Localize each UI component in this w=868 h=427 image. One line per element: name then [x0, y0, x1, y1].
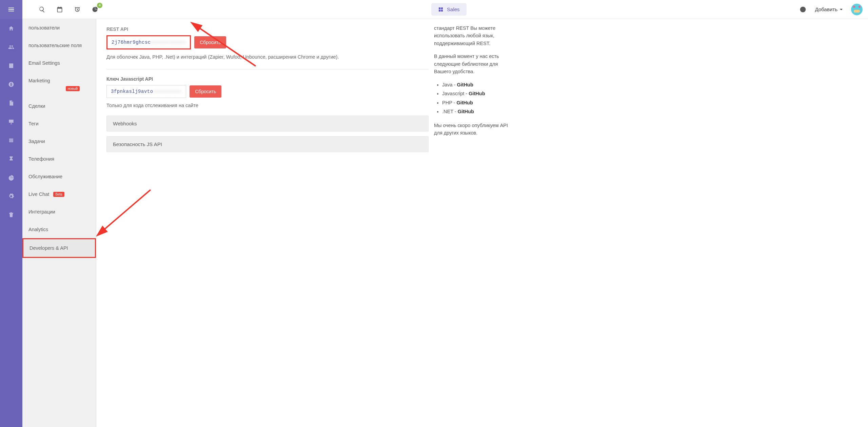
header-alarm-button[interactable]	[73, 5, 81, 14]
rail-device[interactable]	[0, 112, 22, 131]
settings-sidebar: пользователи пользовательские поля Email…	[22, 0, 96, 427]
sidebar-item-label: Интеграции	[28, 209, 55, 215]
content-panel: REST API 2j76hmr9ghcscxxxxxxxxxxx Сброси…	[96, 19, 432, 427]
js-api-key-box[interactable]: 3fpnkaslj9avtoxxxxxxxxx	[106, 85, 186, 98]
lib-java: Java - GitHub	[442, 81, 514, 88]
people-icon	[8, 44, 14, 50]
search-icon	[39, 6, 45, 13]
accordion-js-security[interactable]: Безопасность JS API	[106, 136, 429, 152]
calendar-today-icon	[56, 6, 63, 13]
user-avatar[interactable]	[851, 4, 863, 15]
info-libs-intro: В данный момент у нас есть следующие биб…	[434, 53, 514, 75]
rail-calendar[interactable]	[0, 131, 22, 149]
header-calendar-button[interactable]	[56, 5, 64, 14]
info-sidebar: стандарт REST Вы можете использовать люб…	[432, 19, 520, 427]
sidebar-item-label: Сделки	[28, 103, 45, 109]
sidebar-item-label: Analytics	[28, 227, 48, 232]
rail-trash[interactable]	[0, 205, 22, 224]
info-rest-paragraph: стандарт REST Вы можете использовать люб…	[434, 24, 514, 47]
rail-documents[interactable]	[0, 94, 22, 112]
sidebar-item-label: Developers & API	[29, 245, 68, 251]
sidebar-item-label: пользовательские поля	[28, 43, 82, 48]
icon-rail	[0, 0, 22, 427]
js-api-key-value: 3fpnkaslj9avto	[111, 89, 153, 94]
add-label: Добавить	[815, 6, 837, 12]
header-stats-button[interactable]: 4	[91, 5, 99, 14]
sidebar-item-marketing[interactable]: Marketing новый	[22, 72, 96, 97]
sidebar-item-label: Задачи	[28, 139, 45, 144]
calendar-icon	[8, 137, 14, 143]
rail-reports[interactable]	[0, 168, 22, 187]
sidebar-item-livechat[interactable]: Live Chat Beta	[22, 185, 96, 203]
hamburger-icon	[7, 6, 15, 13]
header-theme-button[interactable]	[799, 5, 807, 14]
sidebar-item-custom-fields[interactable]: пользовательские поля	[22, 37, 96, 54]
sidebar-item-telephony[interactable]: Телефония	[22, 150, 96, 168]
sidebar-item-developers-api[interactable]: Developers & API	[22, 238, 96, 258]
workspace-label: Sales	[447, 6, 460, 12]
rest-api-reset-button[interactable]: Сбросить	[194, 36, 226, 48]
js-api-label: Ключ Javascript API	[106, 76, 429, 82]
alarm-icon	[74, 6, 81, 13]
header-search-button[interactable]	[38, 5, 46, 14]
rail-settings[interactable]	[0, 187, 22, 205]
home-icon	[8, 25, 14, 32]
sidebar-item-tags[interactable]: Теги	[22, 115, 96, 133]
header-add-dropdown[interactable]: Добавить	[815, 6, 843, 12]
accordion-webhooks[interactable]: Webhooks	[106, 116, 429, 131]
rail-contacts[interactable]	[0, 38, 22, 56]
rail-companies[interactable]	[0, 56, 22, 75]
sidebar-item-label: Email Settings	[28, 60, 60, 66]
grid-icon	[438, 7, 443, 12]
hourglass-icon	[8, 156, 14, 162]
sidebar-item-label: Теги	[28, 121, 39, 126]
lib-php-link[interactable]: GitHub	[456, 100, 473, 105]
hamburger-menu-button[interactable]	[0, 0, 22, 19]
js-api-key-hidden: xxxxxxxxx	[153, 89, 182, 94]
workspace-switcher-sales[interactable]: Sales	[431, 3, 467, 16]
rail-deals[interactable]	[0, 75, 22, 94]
lib-java-link[interactable]: GitHub	[457, 82, 473, 87]
lib-javascript: Javascript - GitHub	[442, 90, 514, 97]
rest-api-key-box[interactable]: 2j76hmr9ghcscxxxxxxxxxxx	[106, 35, 191, 49]
main-area: REST API 2j76hmr9ghcscxxxxxxxxxxx Сброси…	[96, 0, 868, 427]
js-api-description: Только для кода отслеживания на сайте	[106, 103, 429, 108]
rest-api-description: Для оболочек Java, PHP, .Net) и интеграц…	[106, 54, 429, 60]
rail-hourglass[interactable]	[0, 149, 22, 168]
sidebar-item-deals[interactable]: Сделки	[22, 97, 96, 115]
rest-api-key-value: 2j76hmr9ghcsc	[112, 40, 151, 45]
sidebar-item-tasks[interactable]: Задачи	[22, 133, 96, 150]
sidebar-item-email-settings[interactable]: Email Settings	[22, 54, 96, 72]
sidebar-item-label: Live Chat	[28, 191, 49, 197]
sidebar-item-label: Marketing	[28, 78, 50, 83]
rest-api-key-hidden: xxxxxxxxxxx	[151, 40, 186, 45]
info-coming-soon: Мы очень скоро опубликуем API для других…	[434, 122, 514, 137]
trash-icon	[8, 212, 14, 218]
sidebar-item-label: пользователи	[28, 25, 60, 30]
js-api-reset-button[interactable]: Сбросить	[190, 85, 221, 98]
caret-down-icon	[840, 8, 843, 11]
lib-js-link[interactable]: GitHub	[469, 91, 485, 96]
sidebar-item-analytics[interactable]: Analytics	[22, 221, 96, 238]
sidebar-item-users[interactable]: пользователи	[22, 19, 96, 37]
top-header: 4 Sales Добавить	[22, 0, 868, 19]
sidebar-item-label: Телефония	[28, 156, 54, 162]
dollar-circle-icon	[8, 81, 14, 87]
sidebar-item-integrations[interactable]: Интеграции	[22, 203, 96, 221]
lib-net-link[interactable]: GitHub	[458, 109, 474, 114]
notification-badge: 4	[97, 3, 102, 8]
rail-home[interactable]	[0, 19, 22, 38]
gears-icon	[8, 193, 14, 199]
badge-new: новый	[66, 86, 80, 91]
lib-php: PHP - GitHub	[442, 99, 514, 106]
sidebar-item-label: Обслуживание	[28, 174, 62, 179]
info-libs-list: Java - GitHub Javascript - GitHub PHP - …	[434, 81, 514, 116]
svg-rect-0	[9, 138, 13, 142]
sidebar-item-service[interactable]: Обслуживание	[22, 168, 96, 185]
pie-chart-icon	[8, 175, 14, 181]
lib-net: .NET - GitHub	[442, 108, 514, 115]
document-icon	[8, 100, 14, 106]
building-icon	[8, 63, 14, 69]
rest-api-label: REST API	[106, 26, 429, 32]
badge-beta: Beta	[53, 192, 64, 197]
